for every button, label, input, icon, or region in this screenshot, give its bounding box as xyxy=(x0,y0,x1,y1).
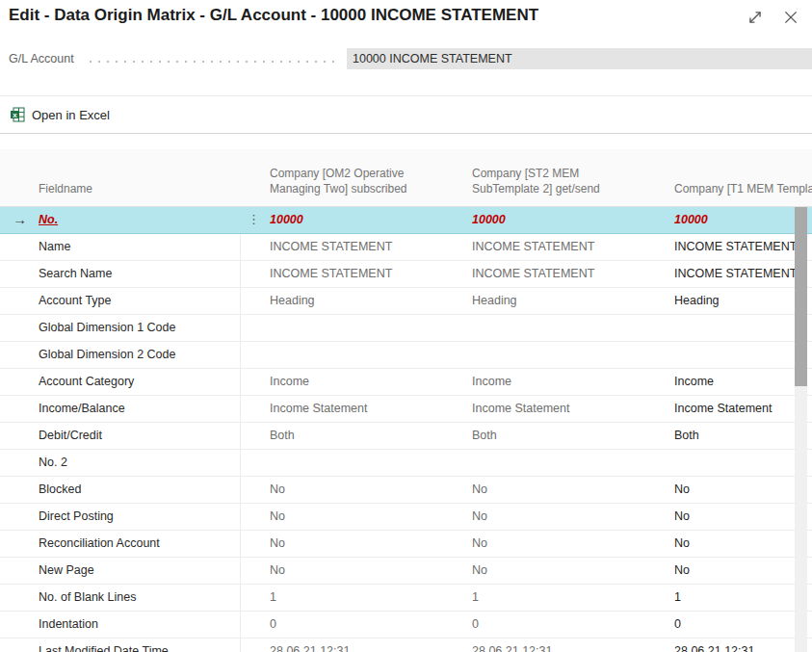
table-row[interactable]: BlockedNoNoNo xyxy=(0,477,812,504)
fieldname-cell[interactable]: Last Modified Date Time xyxy=(39,639,241,652)
column-header-company-om2[interactable]: Company [OM2 Operative Managing Two] sub… xyxy=(270,167,427,197)
value-cell[interactable]: No xyxy=(443,531,645,557)
value-cell[interactable]: Income Statement xyxy=(443,396,645,422)
fieldname-cell[interactable]: No. of Blank Lines xyxy=(39,585,241,611)
value-cell[interactable]: No xyxy=(443,558,645,584)
value-cell[interactable]: No xyxy=(443,504,645,530)
table-row[interactable]: New PageNoNoNo xyxy=(0,558,812,585)
fieldname-cell[interactable]: Indentation xyxy=(39,612,241,638)
fieldname-cell[interactable]: Blocked xyxy=(39,477,241,503)
fieldname-cell[interactable]: Income/Balance xyxy=(39,396,241,422)
row-menu-ellipsis-icon[interactable]: ⋮ xyxy=(248,207,260,232)
value-cell[interactable]: 1 xyxy=(241,585,443,611)
value-cell[interactable]: INCOME STATEMENT xyxy=(443,234,645,260)
value-cell[interactable] xyxy=(443,342,645,368)
value-cell[interactable] xyxy=(443,315,645,341)
value-cell[interactable] xyxy=(645,315,812,341)
value-cell[interactable]: 10000 xyxy=(645,207,812,233)
value-cell[interactable]: No xyxy=(241,558,443,584)
close-icon[interactable] xyxy=(782,9,799,26)
fieldname-cell[interactable]: New Page xyxy=(39,558,241,584)
vertical-scrollbar-track[interactable] xyxy=(795,207,807,652)
value-cell[interactable]: 28.06.21 12:31 xyxy=(645,639,812,652)
value-cell[interactable]: No xyxy=(241,504,443,530)
value-cell[interactable]: Heading xyxy=(241,288,443,314)
value-cell[interactable]: 28.06.21 12:31 xyxy=(443,639,645,652)
fieldname-cell[interactable]: Reconciliation Account xyxy=(39,531,241,557)
fieldname-cell[interactable]: No. xyxy=(39,207,241,233)
table-row[interactable]: No. of Blank Lines111 xyxy=(0,585,812,612)
table-row[interactable]: NameINCOME STATEMENTINCOME STATEMENTINCO… xyxy=(0,234,812,261)
value-cell[interactable]: 10000 xyxy=(443,207,645,233)
table-row[interactable]: Income/BalanceIncome StatementIncome Sta… xyxy=(0,396,812,423)
table-row[interactable]: Indentation000 xyxy=(0,612,812,639)
column-header-fieldname[interactable]: Fieldname xyxy=(39,182,92,197)
fieldname-cell[interactable]: Account Category xyxy=(39,369,241,395)
value-cell[interactable]: Income xyxy=(443,369,645,395)
value-cell[interactable]: 0 xyxy=(443,612,645,638)
table-row[interactable]: Account CategoryIncomeIncomeIncome xyxy=(0,369,812,396)
value-cell[interactable] xyxy=(241,315,443,341)
value-cell[interactable]: No xyxy=(241,477,443,503)
expand-dialog-icon[interactable] xyxy=(747,9,764,26)
open-in-excel-button[interactable]: x Open in Excel xyxy=(10,107,110,122)
value-cell[interactable]: No xyxy=(645,477,812,503)
fieldname-cell[interactable]: Global Dimension 1 Code xyxy=(39,315,241,341)
value-cell[interactable]: Income xyxy=(645,369,812,395)
value-cell[interactable]: No xyxy=(645,531,812,557)
gl-account-input[interactable] xyxy=(347,48,812,69)
value-cell[interactable]: Income xyxy=(241,369,443,395)
value-cell[interactable]: INCOME STATEMENT xyxy=(241,261,443,287)
value-cell[interactable]: 0 xyxy=(241,612,443,638)
value-cell[interactable]: 1 xyxy=(645,585,812,611)
value-cell[interactable]: Income Statement xyxy=(645,396,812,422)
value-cell[interactable]: Heading xyxy=(645,288,812,314)
value-cell[interactable]: 1 xyxy=(443,585,645,611)
fieldname-cell[interactable]: Search Name xyxy=(39,261,241,287)
value-cell[interactable]: INCOME STATEMENT xyxy=(645,234,812,260)
value-cell[interactable]: INCOME STATEMENT xyxy=(241,234,443,260)
column-header-company-t1[interactable]: Company [T1 MEM Templa xyxy=(674,182,812,197)
table-row[interactable]: Global Dimension 1 Code xyxy=(0,315,812,342)
fieldname-cell[interactable]: Direct Posting xyxy=(39,504,241,530)
value-cell[interactable]: INCOME STATEMENT xyxy=(645,261,812,287)
value-cell[interactable]: Heading xyxy=(443,288,645,314)
value-text: INCOME STATEMENT xyxy=(270,267,392,280)
fieldname-cell[interactable]: Name xyxy=(39,234,241,260)
fieldname-cell[interactable]: No. 2 xyxy=(39,450,241,476)
vertical-scrollbar-thumb[interactable] xyxy=(795,207,807,386)
value-cell[interactable]: No xyxy=(645,558,812,584)
value-cell[interactable] xyxy=(443,450,645,476)
table-row[interactable]: Global Dimension 2 Code xyxy=(0,342,812,369)
value-cell[interactable] xyxy=(241,450,443,476)
value-cell[interactable] xyxy=(645,342,812,368)
table-row[interactable]: Debit/CreditBothBothBoth xyxy=(0,423,812,450)
value-text: 0 xyxy=(270,617,276,631)
fieldname-cell[interactable]: Global Dimension 2 Code xyxy=(39,342,241,368)
column-header-company-st2[interactable]: Company [ST2 MEM SubTemplate 2] get/send xyxy=(472,167,647,197)
table-row[interactable]: Search NameINCOME STATEMENTINCOME STATEM… xyxy=(0,261,812,288)
value-cell[interactable]: No xyxy=(443,477,645,503)
value-cell[interactable]: Both xyxy=(241,423,443,449)
value-cell[interactable]: Income Statement xyxy=(241,396,443,422)
value-cell[interactable] xyxy=(241,342,443,368)
value-cell[interactable]: 0 xyxy=(645,612,812,638)
fieldname-cell[interactable]: Account Type xyxy=(39,288,241,314)
table-row[interactable]: Direct PostingNoNoNo xyxy=(0,504,812,531)
fieldname-label: Account Type xyxy=(39,294,112,307)
value-cell[interactable]: INCOME STATEMENT xyxy=(443,261,645,287)
fieldname-label: Search Name xyxy=(39,267,112,280)
value-cell[interactable]: ⋮10000 xyxy=(241,207,443,233)
fieldname-cell[interactable]: Debit/Credit xyxy=(39,423,241,449)
value-cell[interactable]: Both xyxy=(645,423,812,449)
value-cell[interactable]: 28.06.21 12:31 xyxy=(241,639,443,652)
table-row[interactable]: No. 2 xyxy=(0,450,812,477)
value-cell[interactable]: No xyxy=(645,504,812,530)
value-cell[interactable] xyxy=(645,450,812,476)
value-cell[interactable]: Both xyxy=(443,423,645,449)
table-row[interactable]: →No.⋮100001000010000 xyxy=(0,207,812,234)
table-row[interactable]: Account TypeHeadingHeadingHeading xyxy=(0,288,812,315)
table-row[interactable]: Last Modified Date Time28.06.21 12:3128.… xyxy=(0,639,812,652)
value-cell[interactable]: No xyxy=(241,531,443,557)
table-row[interactable]: Reconciliation AccountNoNoNo xyxy=(0,531,812,558)
